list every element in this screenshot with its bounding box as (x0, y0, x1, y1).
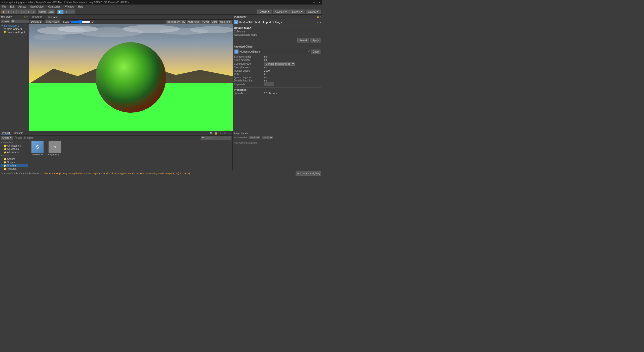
maximize-btn[interactable]: □ (316, 1, 317, 4)
project-search-input[interactable] (201, 136, 231, 140)
inspector-bottom-panel: Asset Labels AssetBundle None None Auto … (233, 131, 322, 171)
project-create-btn[interactable]: Create ▼ (1, 136, 13, 140)
minimize-btn[interactable]: ─ (313, 1, 315, 4)
menu-edit[interactable]: Edit (9, 5, 15, 8)
menu-component[interactable]: Component (47, 5, 62, 8)
transform-tool[interactable]: ⊞ (26, 10, 31, 14)
scene-root-item[interactable]: ▼ SampleScene* (1, 24, 28, 27)
scripts-folder[interactable]: 📁Scripts (1, 161, 28, 164)
scenes-folder[interactable]: 📁Scenes (1, 157, 28, 161)
inspector-lock-icon[interactable]: 🔒 (316, 16, 319, 18)
compiled-code-label: Compiled code (234, 62, 264, 65)
pause-btn[interactable]: ⏸ (63, 10, 69, 14)
local-btn[interactable]: Local (48, 10, 55, 14)
surface-shader-row: Surface shader no (234, 55, 321, 58)
hierarchy-menu-icon[interactable]: ≡ (26, 16, 28, 18)
all-prefabs-folder[interactable]: ⭐All Prefabs (1, 151, 28, 154)
asset-label-2-dropdown[interactable]: None (262, 136, 273, 139)
inspector-options-icon[interactable]: ≡ (320, 21, 321, 23)
all-models-folder[interactable]: ⭐All Models (1, 147, 28, 151)
menu-assets[interactable]: Assets (17, 5, 27, 8)
revert-btn[interactable]: Revert (297, 38, 309, 42)
stats-btn[interactable]: Stats (211, 20, 218, 24)
tab-project[interactable]: Project (1, 131, 11, 135)
aspect-label[interactable]: Free Aspect (45, 20, 60, 23)
hierarchy-title: Hierarchy (1, 15, 12, 18)
compiled-code-dropdown[interactable]: Compile and show code (264, 62, 295, 66)
project-close-btn[interactable]: ✕ (227, 131, 231, 135)
main-camera-item[interactable]: 📷 Main Camera (3, 27, 28, 31)
auto-generate-lighting-right: Auto Generate Lighting (296, 171, 321, 176)
scale-slider[interactable] (70, 21, 91, 23)
imported-expand-icon[interactable]: ⤢ (308, 50, 310, 54)
rotate-tool[interactable]: ↻ (11, 10, 16, 14)
play-controls: ▶ ⏸ ⏭ (57, 10, 75, 14)
inspector-expand-icon[interactable]: ⤢ (317, 21, 319, 23)
display-label[interactable]: Display 1 (30, 20, 42, 23)
custom-tool[interactable]: ⊙ (31, 10, 36, 14)
asset-bundle-label: AssetBundle (234, 136, 247, 139)
tab-console[interactable]: Console (13, 131, 24, 135)
project-lock-btn[interactable]: 🔒 (214, 131, 218, 135)
breadcrumb-assets[interactable]: Assets (15, 136, 22, 139)
center-btn[interactable]: Center (38, 10, 47, 14)
inspector-menu-icon[interactable]: ≡ (320, 16, 321, 18)
shader-title: Hidden/AddShader Import Settings (239, 21, 282, 24)
project-options-btn[interactable]: ≡ (218, 131, 222, 135)
main-tex-value: 2D: Texture (264, 92, 277, 95)
hierarchy-create-btn[interactable]: Create (1, 20, 10, 23)
auto-generate-lighting-btn[interactable]: Auto Generate Lighting (296, 171, 321, 176)
layers-btn[interactable]: Layers ▼ (290, 10, 305, 14)
apply-btn[interactable]: Apply (310, 38, 321, 42)
menu-file[interactable]: File (1, 5, 7, 8)
tab-scene[interactable]: 🎬 Scene (29, 15, 45, 20)
play-btn[interactable]: ▶ (57, 10, 63, 14)
vsync-btn[interactable]: VSync (202, 20, 210, 24)
scale-tool[interactable]: ⤡ (16, 10, 21, 14)
divider-2 (234, 44, 321, 44)
status-bar: ⚠ Assets/Shaders/AddShader.shader | Shad… (0, 171, 322, 175)
favorites-header: ▼ Favorites (1, 141, 28, 144)
shaders-folder[interactable]: 📁Shaders (1, 164, 28, 167)
menu-window[interactable]: Window (64, 5, 75, 8)
viewport-right-controls: Maximize On Play Mute Audio VSync Stats … (166, 20, 232, 24)
mute-audio-btn[interactable]: Mute Audio (187, 20, 200, 24)
all-materials-folder[interactable]: ⭐All Materials (1, 144, 28, 147)
asset-addshader[interactable]: S AddShader (30, 141, 45, 156)
revert-apply-row: Revert Apply (234, 38, 321, 42)
inspector-content: S Hidden/AddShader Import Settings ⤢ ≡ D… (233, 19, 322, 125)
menu-help[interactable]: Help (77, 5, 85, 8)
open-btn[interactable]: Open (311, 50, 320, 54)
layout-btn[interactable]: Layout ▼ (306, 10, 321, 14)
asset-raytracing[interactable]: ⬡ RayTracing... (47, 141, 62, 156)
raytracing-icon: ⬡ (49, 141, 61, 153)
step-btn[interactable]: ⏭ (69, 10, 75, 14)
textures-folder[interactable]: 📁Textures (1, 167, 28, 170)
close-btn[interactable]: ✕ (318, 1, 320, 4)
lod-row: LOD 0 (234, 72, 321, 76)
panel-tab-bar: 🎬 Scene 🎮 Game (29, 15, 233, 20)
asset-labels-row: AssetBundle None None (234, 136, 321, 139)
collab-btn[interactable]: Collab ▼ (257, 10, 272, 14)
move-tool[interactable]: ✥ (6, 10, 11, 14)
fixed-function-label: Fixed function (234, 59, 264, 61)
breadcrumb-shaders[interactable]: Shaders (24, 136, 33, 139)
menu-gameobject[interactable]: GameObject (29, 5, 45, 8)
project-search-btn[interactable]: 🔍 (209, 131, 213, 135)
project-maximize-btn[interactable]: ⤢ (223, 131, 227, 135)
auto-gen-row: Auto Generate Lighting (234, 139, 321, 144)
asset-bundle-dropdown[interactable]: None (249, 136, 260, 139)
gizmos-btn[interactable]: Gizmos ▼ (219, 20, 232, 24)
packages-folder[interactable]: ▶Packages (1, 170, 28, 171)
directional-light-item[interactable]: 💡 Directional Light (3, 31, 28, 34)
rect-tool[interactable]: ▭ (21, 10, 26, 14)
account-btn[interactable]: Account ▼ (273, 10, 290, 14)
main-tex-label: _MainTex (234, 92, 264, 95)
hand-tool[interactable]: ✋ (1, 10, 6, 14)
svg-point-6 (33, 34, 66, 40)
compiled-code-row: Compiled code Compile and show code (234, 62, 321, 66)
render-queue-value: 2000 (264, 69, 270, 72)
bottom-area: Project Console 🔍 🔒 ≡ ⤢ ✕ Create ▼ Asset… (0, 131, 322, 171)
maximize-on-play-btn[interactable]: Maximize On Play (166, 20, 186, 24)
tab-game[interactable]: 🎮 Game (45, 15, 61, 20)
